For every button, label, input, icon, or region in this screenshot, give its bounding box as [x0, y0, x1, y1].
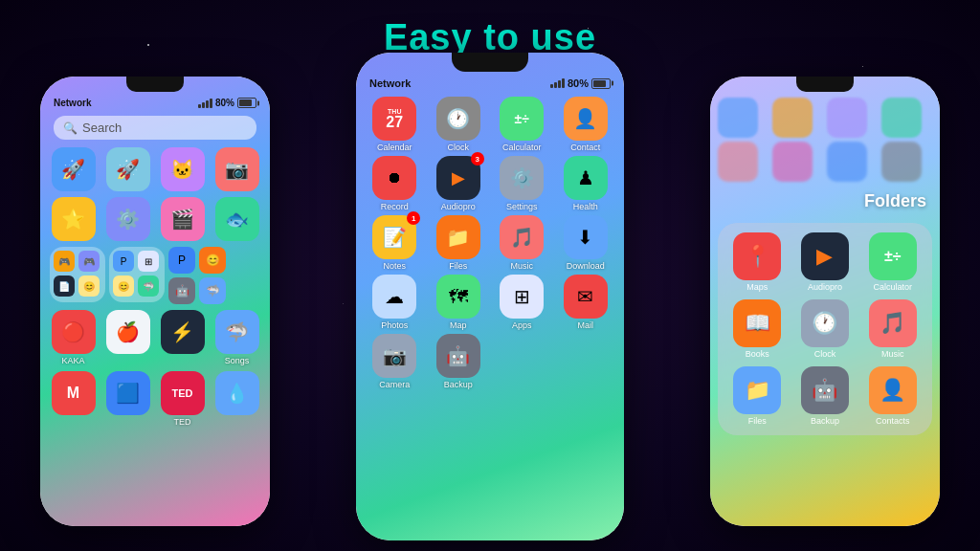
list-item[interactable]: ±÷ Calculator [493, 97, 551, 152]
list-item[interactable]: ⏺ Record [366, 156, 424, 211]
list-item[interactable]: ▶ Audiopro [795, 232, 856, 292]
folder-title: Folders [864, 191, 926, 210]
center-battery-label: 80% [568, 77, 589, 89]
center-network-label: Network [369, 77, 411, 89]
list-item[interactable]: TED TED [157, 371, 208, 427]
list-item[interactable]: ⭐ [48, 197, 99, 241]
center-notch [452, 53, 528, 72]
phone-left: Network 80% 🔍 Search 🚀 🚀 [40, 77, 270, 526]
list-item[interactable]: 🐱 [157, 147, 208, 191]
list-item[interactable]: 🕐 Clock [795, 299, 856, 359]
list-item[interactable]: 📍 Maps [727, 232, 788, 292]
list-item[interactable]: 👤 Contacts [862, 366, 923, 426]
left-network-label: Network [54, 98, 91, 108]
list-item[interactable]: 📝 1 Notes [366, 215, 424, 271]
list-item[interactable]: 🍎 [102, 310, 153, 365]
phone-right: Folders 📍 Maps ▶ Audiopro ±÷ C [710, 77, 940, 526]
list-item[interactable]: 👤 Contact [557, 97, 615, 152]
folder-container[interactable]: 📍 Maps ▶ Audiopro ±÷ Calculator 📖 Boo [718, 223, 932, 435]
search-icon: 🔍 [63, 121, 78, 135]
list-item[interactable]: ⚙️ [102, 197, 153, 241]
left-app-grid: 🚀 🚀 🐱 📷 ⭐ ⚙️ 🎬 🐟 🎮 🎮 [40, 147, 270, 427]
list-item[interactable]: 🎵 Music [493, 215, 551, 271]
center-signal-icon [550, 78, 565, 88]
search-placeholder-text: Search [82, 121, 122, 135]
list-item[interactable]: 🤖 [168, 277, 195, 304]
list-item[interactable]: ⚡ [157, 310, 208, 365]
list-item[interactable]: 🐟 [212, 197, 262, 241]
folder-section-label: Folders [710, 186, 940, 215]
right-top-apps [710, 77, 940, 186]
list-item[interactable]: 😊 [199, 247, 226, 274]
list-item[interactable]: ⊞ Apps [493, 275, 551, 330]
list-item[interactable]: 🎬 [157, 197, 208, 241]
list-item[interactable]: 📁 Files [727, 366, 788, 426]
folder-inner-grid: 📍 Maps ▶ Audiopro ±÷ Calculator 📖 Boo [727, 232, 923, 426]
left-battery-label: 80% [215, 98, 234, 108]
list-item[interactable]: 📖 Books [727, 299, 788, 359]
phone-center: Network 80% THU 27 [356, 53, 624, 540]
left-signal-icon [198, 99, 212, 108]
list-item[interactable]: 🚀 [48, 147, 99, 191]
list-item[interactable]: M [48, 371, 99, 427]
left-notch [126, 77, 184, 92]
list-item[interactable]: 🦈 Songs [212, 310, 262, 365]
list-item[interactable]: THU 27 Calendar [366, 97, 424, 152]
center-battery-icon [591, 78, 611, 89]
list-item[interactable]: 🤖 Backup [430, 334, 488, 389]
list-item[interactable]: 🤖 Backup [795, 366, 856, 426]
list-item[interactable]: ⚙️ Settings [493, 156, 551, 211]
left-battery-icon [237, 98, 256, 108]
list-item[interactable]: ⬇ Download [557, 215, 615, 271]
list-item[interactable]: 📁 Files [430, 215, 488, 271]
list-item[interactable]: 💧 [212, 371, 262, 427]
list-item[interactable]: 🚀 [102, 147, 153, 191]
list-item[interactable]: 🕐 Clock [430, 97, 488, 152]
list-item[interactable]: 🦈 [199, 277, 226, 304]
folder-group-2[interactable]: P ⊞ 😊 🦈 [109, 247, 165, 302]
badge: 3 [471, 152, 484, 165]
list-item[interactable]: ±÷ Calculator [862, 232, 923, 292]
list-item[interactable]: 🗺 Map [430, 275, 488, 330]
list-item[interactable]: 📷 [212, 147, 262, 191]
list-item[interactable]: ☁ Photos [366, 275, 424, 330]
list-item[interactable]: ▶ 3 Audiopro [430, 156, 488, 211]
left-search-bar[interactable]: 🔍 Search [54, 116, 256, 140]
list-item[interactable]: 📷 Camera [366, 334, 424, 389]
list-item[interactable]: ♟ Health [557, 156, 615, 211]
folder-group-1[interactable]: 🎮 🎮 📄 😊 [50, 247, 105, 302]
list-item[interactable]: 🟦 [102, 371, 153, 427]
list-item[interactable]: 🎵 Music [862, 299, 923, 359]
list-item[interactable]: P [168, 247, 195, 274]
right-notch [796, 77, 854, 92]
center-app-grid: THU 27 Calendar 🕐 Clock ±÷ Calculator [356, 93, 624, 393]
badge: 1 [407, 211, 420, 225]
list-item[interactable]: 🔴 KAKA [48, 310, 99, 365]
list-item[interactable]: ✉ Mail [557, 275, 615, 330]
